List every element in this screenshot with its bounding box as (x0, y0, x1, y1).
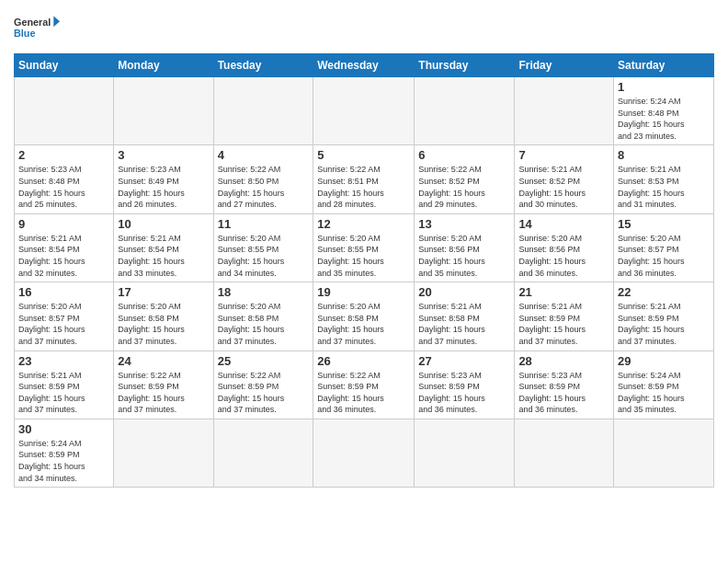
calendar-cell: 25Sunrise: 5:22 AMSunset: 8:59 PMDayligh… (213, 350, 313, 419)
calendar-cell (15, 77, 114, 145)
day-info: Sunrise: 5:21 AMSunset: 8:54 PMDaylight:… (118, 233, 209, 279)
week-row-3: 16Sunrise: 5:20 AMSunset: 8:57 PMDayligh… (15, 282, 714, 350)
day-info: Sunrise: 5:20 AMSunset: 8:57 PMDaylight:… (18, 301, 109, 347)
day-number: 20 (418, 285, 510, 299)
logo: General Blue (14, 9, 60, 46)
day-info: Sunrise: 5:22 AMSunset: 8:59 PMDaylight:… (317, 370, 410, 416)
weekday-header-saturday: Saturday (614, 54, 714, 77)
calendar-cell: 15Sunrise: 5:20 AMSunset: 8:57 PMDayligh… (614, 213, 714, 282)
weekday-header-friday: Friday (515, 54, 614, 77)
weekday-header-sunday: Sunday (15, 54, 114, 77)
calendar-cell: 29Sunrise: 5:24 AMSunset: 8:59 PMDayligh… (614, 350, 714, 419)
day-number: 5 (317, 148, 410, 162)
calendar-cell (213, 77, 313, 145)
calendar-cell: 16Sunrise: 5:20 AMSunset: 8:57 PMDayligh… (15, 282, 114, 350)
calendar-cell: 9Sunrise: 5:21 AMSunset: 8:54 PMDaylight… (15, 213, 114, 282)
calendar-cell: 5Sunrise: 5:22 AMSunset: 8:51 PMDaylight… (313, 145, 415, 213)
day-number: 15 (618, 217, 710, 231)
calendar-cell: 26Sunrise: 5:22 AMSunset: 8:59 PMDayligh… (313, 350, 415, 419)
day-number: 10 (118, 217, 209, 231)
logo-svg: General Blue (14, 9, 60, 46)
day-info: Sunrise: 5:21 AMSunset: 8:52 PMDaylight:… (518, 164, 609, 210)
week-row-1: 2Sunrise: 5:23 AMSunset: 8:48 PMDaylight… (15, 145, 714, 213)
weekday-header-wednesday: Wednesday (313, 54, 415, 77)
day-number: 21 (518, 285, 609, 299)
day-number: 17 (118, 285, 209, 299)
day-number: 19 (317, 285, 410, 299)
calendar-cell (415, 77, 515, 145)
day-info: Sunrise: 5:21 AMSunset: 8:58 PMDaylight:… (418, 301, 510, 347)
week-row-2: 9Sunrise: 5:21 AMSunset: 8:54 PMDaylight… (15, 213, 714, 282)
calendar-cell: 30Sunrise: 5:24 AMSunset: 8:59 PMDayligh… (15, 419, 114, 487)
day-number: 9 (18, 217, 109, 231)
day-number: 3 (118, 148, 209, 162)
week-row-5: 30Sunrise: 5:24 AMSunset: 8:59 PMDayligh… (15, 419, 714, 487)
day-info: Sunrise: 5:20 AMSunset: 8:55 PMDaylight:… (218, 233, 310, 279)
week-row-4: 23Sunrise: 5:21 AMSunset: 8:59 PMDayligh… (15, 350, 714, 419)
calendar-cell: 23Sunrise: 5:21 AMSunset: 8:59 PMDayligh… (15, 350, 114, 419)
calendar-cell: 18Sunrise: 5:20 AMSunset: 8:58 PMDayligh… (213, 282, 313, 350)
day-info: Sunrise: 5:20 AMSunset: 8:55 PMDaylight:… (317, 233, 410, 279)
day-number: 16 (18, 285, 109, 299)
calendar-cell: 11Sunrise: 5:20 AMSunset: 8:55 PMDayligh… (213, 213, 313, 282)
calendar-cell: 3Sunrise: 5:23 AMSunset: 8:49 PMDaylight… (114, 145, 213, 213)
day-number: 25 (218, 354, 310, 368)
day-info: Sunrise: 5:23 AMSunset: 8:59 PMDaylight:… (418, 370, 510, 416)
calendar-cell: 7Sunrise: 5:21 AMSunset: 8:52 PMDaylight… (515, 145, 614, 213)
day-number: 12 (317, 217, 410, 231)
day-number: 6 (418, 148, 510, 162)
day-number: 28 (518, 354, 609, 368)
calendar-cell (515, 419, 614, 487)
day-info: Sunrise: 5:24 AMSunset: 8:59 PMDaylight:… (618, 370, 710, 416)
day-info: Sunrise: 5:20 AMSunset: 8:58 PMDaylight:… (317, 301, 410, 347)
day-info: Sunrise: 5:20 AMSunset: 8:58 PMDaylight:… (218, 301, 310, 347)
calendar: SundayMondayTuesdayWednesdayThursdayFrid… (14, 53, 714, 488)
day-info: Sunrise: 5:24 AMSunset: 8:59 PMDaylight:… (18, 438, 109, 484)
day-number: 2 (18, 148, 109, 162)
day-info: Sunrise: 5:20 AMSunset: 8:57 PMDaylight:… (618, 233, 710, 279)
day-info: Sunrise: 5:21 AMSunset: 8:59 PMDaylight:… (518, 301, 609, 347)
calendar-cell: 19Sunrise: 5:20 AMSunset: 8:58 PMDayligh… (313, 282, 415, 350)
day-number: 13 (418, 217, 510, 231)
calendar-cell: 20Sunrise: 5:21 AMSunset: 8:58 PMDayligh… (415, 282, 515, 350)
day-info: Sunrise: 5:22 AMSunset: 8:59 PMDaylight:… (118, 370, 209, 416)
svg-text:Blue: Blue (14, 28, 35, 39)
day-info: Sunrise: 5:22 AMSunset: 8:50 PMDaylight:… (218, 164, 310, 210)
weekday-header-monday: Monday (114, 54, 213, 77)
calendar-cell: 2Sunrise: 5:23 AMSunset: 8:48 PMDaylight… (15, 145, 114, 213)
calendar-cell: 21Sunrise: 5:21 AMSunset: 8:59 PMDayligh… (515, 282, 614, 350)
day-info: Sunrise: 5:21 AMSunset: 8:59 PMDaylight:… (18, 370, 109, 416)
weekday-header-thursday: Thursday (415, 54, 515, 77)
calendar-cell: 10Sunrise: 5:21 AMSunset: 8:54 PMDayligh… (114, 213, 213, 282)
day-number: 7 (518, 148, 609, 162)
weekday-header-row: SundayMondayTuesdayWednesdayThursdayFrid… (15, 54, 714, 77)
day-info: Sunrise: 5:24 AMSunset: 8:48 PMDaylight:… (618, 96, 710, 142)
calendar-cell (415, 419, 515, 487)
calendar-cell: 24Sunrise: 5:22 AMSunset: 8:59 PMDayligh… (114, 350, 213, 419)
weekday-header-tuesday: Tuesday (213, 54, 313, 77)
calendar-cell (313, 419, 415, 487)
day-number: 24 (118, 354, 209, 368)
day-number: 8 (618, 148, 710, 162)
day-number: 14 (518, 217, 609, 231)
calendar-cell (313, 77, 415, 145)
calendar-cell: 12Sunrise: 5:20 AMSunset: 8:55 PMDayligh… (313, 213, 415, 282)
day-info: Sunrise: 5:21 AMSunset: 8:59 PMDaylight:… (618, 301, 710, 347)
calendar-cell: 27Sunrise: 5:23 AMSunset: 8:59 PMDayligh… (415, 350, 515, 419)
svg-marker-2 (53, 17, 60, 28)
header: General Blue (14, 9, 714, 46)
day-number: 22 (618, 285, 710, 299)
day-info: Sunrise: 5:20 AMSunset: 8:56 PMDaylight:… (418, 233, 510, 279)
calendar-cell: 17Sunrise: 5:20 AMSunset: 8:58 PMDayligh… (114, 282, 213, 350)
day-info: Sunrise: 5:21 AMSunset: 8:54 PMDaylight:… (18, 233, 109, 279)
calendar-cell: 4Sunrise: 5:22 AMSunset: 8:50 PMDaylight… (213, 145, 313, 213)
calendar-cell: 13Sunrise: 5:20 AMSunset: 8:56 PMDayligh… (415, 213, 515, 282)
calendar-cell: 14Sunrise: 5:20 AMSunset: 8:56 PMDayligh… (515, 213, 614, 282)
day-info: Sunrise: 5:23 AMSunset: 8:59 PMDaylight:… (518, 370, 609, 416)
day-info: Sunrise: 5:22 AMSunset: 8:52 PMDaylight:… (418, 164, 510, 210)
day-info: Sunrise: 5:22 AMSunset: 8:59 PMDaylight:… (218, 370, 310, 416)
calendar-cell (114, 77, 213, 145)
svg-text:General: General (14, 17, 51, 28)
calendar-cell: 1Sunrise: 5:24 AMSunset: 8:48 PMDaylight… (614, 77, 714, 145)
calendar-cell: 22Sunrise: 5:21 AMSunset: 8:59 PMDayligh… (614, 282, 714, 350)
